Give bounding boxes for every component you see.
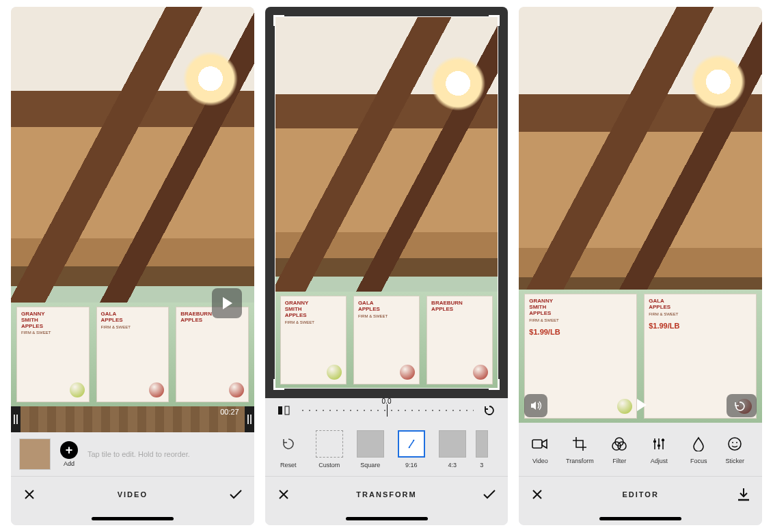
undo-icon bbox=[734, 400, 749, 411]
tool-transform[interactable]: Transform bbox=[560, 434, 599, 464]
flip-button[interactable] bbox=[275, 402, 293, 419]
svg-point-3 bbox=[413, 440, 414, 441]
rotation-row: 0.0 bbox=[265, 398, 508, 423]
svg-rect-8 bbox=[653, 440, 656, 443]
clip-thumbnail[interactable] bbox=[19, 438, 51, 470]
bottom-bar: TRANSFORM bbox=[265, 476, 508, 512]
tool-video[interactable]: Video bbox=[520, 434, 560, 464]
sticker-icon bbox=[725, 434, 744, 453]
home-indicator[interactable] bbox=[11, 512, 254, 525]
home-indicator[interactable] bbox=[265, 512, 508, 525]
svg-point-11 bbox=[729, 438, 741, 450]
rotation-slider[interactable]: 0.0 bbox=[299, 407, 474, 414]
svg-rect-0 bbox=[278, 406, 282, 415]
svg-rect-9 bbox=[657, 445, 660, 447]
screen-editor: GRANNY SMITH APPLES FIRM & SWEET $1.99/L… bbox=[519, 7, 762, 525]
reorder-hint: Tap tile to edit. Hold to reorder. bbox=[87, 450, 190, 458]
crop-corner-br[interactable] bbox=[489, 379, 500, 390]
cancel-button[interactable] bbox=[528, 486, 546, 503]
screen-video: GRANNY SMITH APPLES FIRM & SWEET GALA AP… bbox=[11, 7, 254, 525]
svg-rect-1 bbox=[285, 406, 289, 415]
crop-icon bbox=[570, 434, 589, 453]
svg-point-13 bbox=[736, 442, 737, 443]
filmstrip[interactable] bbox=[21, 406, 245, 432]
ratio-9-16[interactable]: 9:16 bbox=[392, 430, 431, 468]
crop-corner-bl[interactable] bbox=[273, 379, 284, 390]
cancel-button[interactable] bbox=[21, 486, 38, 503]
tool-sticker[interactable]: Sticker bbox=[718, 434, 751, 464]
svg-rect-10 bbox=[662, 439, 664, 441]
mute-button[interactable] bbox=[524, 394, 547, 417]
tool-focus[interactable]: Focus bbox=[679, 434, 718, 464]
confirm-button[interactable] bbox=[227, 486, 245, 503]
ratio-reset[interactable]: Reset bbox=[269, 430, 308, 468]
screen-transform: GRANNY SMITH APPLESFIRM & SWEET GALA APP… bbox=[265, 7, 508, 525]
bar-title: VIDEO bbox=[118, 490, 148, 499]
sign-granny: GRANNY SMITH APPLES FIRM & SWEET bbox=[16, 307, 90, 402]
play-button[interactable] bbox=[627, 391, 654, 419]
duration-label: 00:27 bbox=[220, 408, 239, 416]
download-button[interactable] bbox=[735, 486, 752, 503]
bar-title: TRANSFORM bbox=[356, 490, 416, 499]
rotation-value: 0.0 bbox=[382, 397, 392, 405]
cancel-button[interactable] bbox=[275, 486, 293, 503]
undo-button[interactable] bbox=[727, 394, 757, 417]
add-clip-button[interactable]: + Add bbox=[60, 441, 78, 467]
editor-preview[interactable]: GRANNY SMITH APPLES FIRM & SWEET $1.99/L… bbox=[519, 7, 762, 423]
sign-gala: GALA APPLES FIRM & SWEET bbox=[96, 307, 169, 402]
trim-handle-right[interactable] bbox=[245, 406, 254, 432]
download-icon bbox=[736, 487, 751, 502]
bar-title: EDITOR bbox=[623, 490, 659, 499]
crop-area[interactable]: GRANNY SMITH APPLESFIRM & SWEET GALA APP… bbox=[265, 7, 508, 398]
svg-point-2 bbox=[409, 447, 410, 448]
confirm-button[interactable] bbox=[480, 486, 498, 503]
ratio-custom[interactable]: Custom bbox=[310, 430, 349, 468]
ratio-4-3[interactable]: 4:3 bbox=[433, 430, 472, 468]
play-icon bbox=[223, 297, 232, 309]
tool-adjust[interactable]: Adjust bbox=[639, 434, 679, 464]
tool-filter[interactable]: Filter bbox=[599, 434, 639, 464]
ratio-3[interactable]: 3 bbox=[474, 430, 489, 468]
video-icon bbox=[530, 434, 550, 453]
bottom-bar: VIDEO bbox=[11, 476, 254, 512]
clip-row: + Add Tap tile to edit. Hold to reorder. bbox=[11, 432, 254, 476]
drop-icon bbox=[689, 434, 708, 453]
ratio-toolbar: Reset Custom Square 9:16 4:3 3 bbox=[265, 423, 508, 476]
home-indicator[interactable] bbox=[519, 512, 762, 525]
trim-timeline[interactable]: 00:27 bbox=[11, 406, 254, 432]
rotate-button[interactable] bbox=[480, 402, 498, 419]
editor-toolbar: Video Transform Filter Adjust Focus Stic… bbox=[519, 423, 762, 476]
play-button[interactable] bbox=[212, 288, 242, 318]
crop-corner-tl[interactable] bbox=[273, 15, 284, 26]
sliders-icon bbox=[649, 434, 668, 453]
svg-point-12 bbox=[732, 442, 733, 443]
sign-braeburn: BRAEBURN APPLES bbox=[176, 307, 249, 402]
filter-icon bbox=[610, 434, 629, 453]
crop-corner-tr[interactable] bbox=[489, 15, 500, 26]
speaker-icon bbox=[530, 400, 542, 412]
play-icon bbox=[637, 399, 647, 411]
bottom-bar: EDITOR bbox=[519, 476, 762, 512]
trim-handle-left[interactable] bbox=[11, 406, 21, 432]
svg-rect-4 bbox=[532, 440, 542, 448]
ratio-square[interactable]: Square bbox=[351, 430, 390, 468]
video-preview[interactable]: GRANNY SMITH APPLES FIRM & SWEET GALA AP… bbox=[11, 7, 254, 406]
plus-icon: + bbox=[60, 441, 78, 459]
